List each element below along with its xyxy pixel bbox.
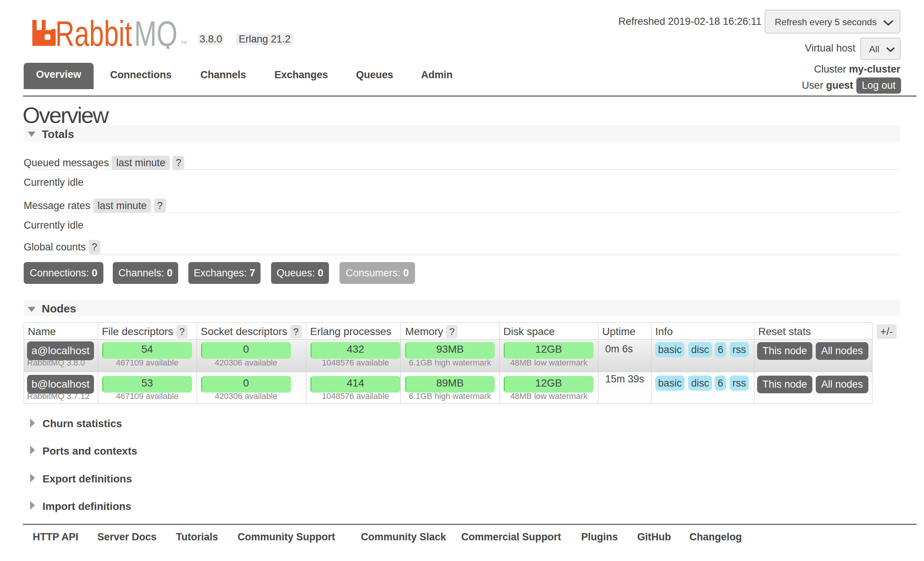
svg-text:Rabbit: Rabbit — [55, 15, 132, 49]
svg-text:TM: TM — [181, 40, 187, 45]
svg-text:MQ: MQ — [134, 15, 177, 49]
